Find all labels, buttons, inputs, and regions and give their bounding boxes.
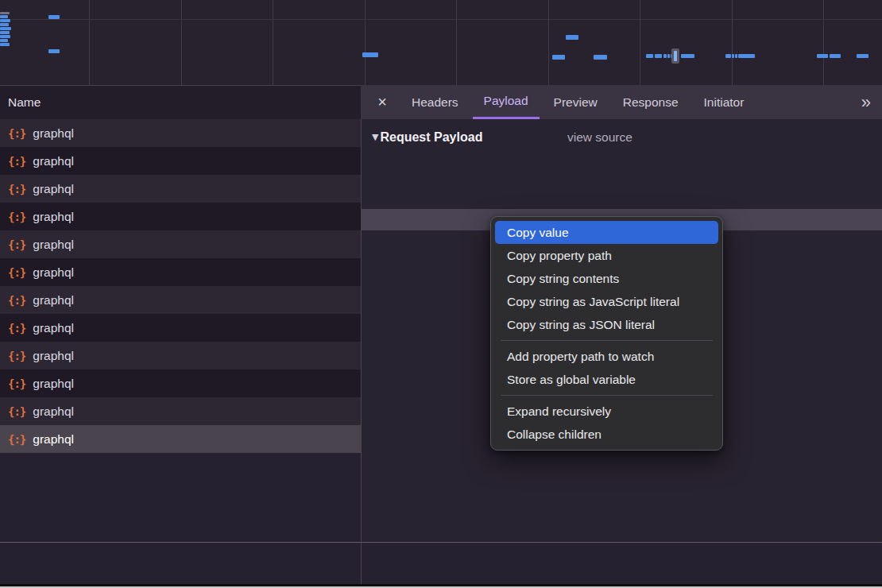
- request-name-label: graphql: [33, 182, 74, 196]
- menu-separator: [501, 395, 713, 396]
- table-row[interactable]: {:}graphql: [0, 119, 361, 147]
- waterfall-bar: [667, 54, 670, 58]
- waterfall-bar: [681, 54, 694, 58]
- view-source-link[interactable]: view source: [567, 130, 632, 145]
- waterfall-bar: [817, 54, 828, 58]
- waterfall-bar: [0, 27, 11, 30]
- json-operation-row[interactable]: operationName: "ipFlowTimeseries": [362, 188, 882, 210]
- tab-headers[interactable]: Headers: [400, 85, 470, 119]
- waterfall-bar: [594, 55, 607, 60]
- timeline-gridline: [273, 0, 273, 85]
- waterfall-bar: [663, 54, 667, 58]
- waterfall-bar: [674, 51, 677, 61]
- timeline-gridline: [456, 0, 457, 85]
- waterfall-bar: [0, 12, 10, 14]
- table-row[interactable]: {:}graphql: [0, 397, 361, 425]
- waterfall-bar: [362, 52, 378, 57]
- timeline-gridline: [365, 0, 366, 85]
- menu-item-store-as-global-variable[interactable]: Store as global variable: [495, 368, 718, 391]
- timeline-gridline: [89, 0, 90, 85]
- request-name-label: graphql: [33, 126, 74, 141]
- request-name-label: graphql: [33, 404, 74, 419]
- section-collapse-icon[interactable]: ▼: [372, 132, 378, 142]
- status-footer: [0, 543, 882, 584]
- waterfall-bar: [0, 35, 10, 38]
- menu-item-add-property-path-to-watch[interactable]: Add property path to watch: [495, 345, 718, 368]
- menu-item-copy-value[interactable]: Copy value: [495, 221, 718, 244]
- table-row[interactable]: {:}graphql: [0, 369, 361, 397]
- waterfall-bar: [48, 49, 60, 53]
- waterfall-bar: [738, 54, 755, 58]
- tab-preview[interactable]: Preview: [543, 85, 609, 119]
- menu-item-copy-string-as-json-literal[interactable]: Copy string as JSON literal: [495, 313, 718, 336]
- menu-item-copy-string-as-javascript-literal[interactable]: Copy string as JavaScript literal: [495, 290, 718, 313]
- menu-item-collapse-children[interactable]: Collapse children: [495, 423, 718, 446]
- waterfall-bar: [732, 54, 734, 58]
- json-fetch-icon: {:}: [8, 377, 25, 390]
- waterfall-bar: [552, 55, 565, 60]
- json-fetch-icon: {:}: [8, 405, 25, 418]
- waterfall-bar: [0, 19, 10, 22]
- json-fetch-icon: {:}: [8, 433, 25, 446]
- request-name-label: graphql: [33, 321, 74, 335]
- table-row[interactable]: {:}graphql: [0, 425, 361, 453]
- json-fetch-icon: {:}: [8, 183, 25, 195]
- menu-separator: [501, 340, 713, 341]
- timeline-gridline: [640, 0, 640, 85]
- tab-initiator[interactable]: Initiator: [693, 85, 756, 119]
- json-fetch-icon: {:}: [8, 127, 25, 140]
- json-fetch-icon: {:}: [8, 211, 25, 223]
- network-overview-timeline[interactable]: [0, 0, 882, 85]
- json-fetch-icon: {:}: [8, 294, 25, 307]
- table-row[interactable]: {:}graphql: [0, 230, 361, 258]
- waterfall-bar: [0, 15, 8, 18]
- waterfall-bar: [0, 43, 10, 46]
- json-root-row[interactable]: ▼ {operationName: "ipFlowTimeseries", va…: [362, 164, 882, 185]
- json-fetch-icon: {:}: [8, 266, 25, 279]
- waterfall-bar: [0, 39, 8, 42]
- json-fetch-icon: {:}: [8, 155, 25, 168]
- details-tab-bar: × HeadersPayloadPreviewResponseInitiator…: [361, 85, 882, 119]
- request-name-label: graphql: [33, 265, 74, 280]
- request-table-name-header[interactable]: Name: [0, 85, 361, 119]
- request-name-label: graphql: [33, 432, 74, 447]
- timeline-gridline: [548, 0, 549, 85]
- menu-item-expand-recursively[interactable]: Expand recursively: [495, 400, 718, 423]
- tab-payload[interactable]: Payload: [473, 85, 540, 119]
- table-row[interactable]: {:}graphql: [0, 147, 361, 175]
- waterfall-bar: [655, 54, 662, 58]
- timeline-gridline: [181, 0, 182, 85]
- overview-divider-line: [0, 19, 882, 20]
- pane-divider[interactable]: [361, 119, 362, 584]
- name-column-label: Name: [8, 95, 41, 110]
- table-row[interactable]: {:}graphql: [0, 203, 361, 230]
- timeline-gridline: [732, 0, 733, 85]
- waterfall-bar: [735, 54, 737, 58]
- request-name-label: graphql: [33, 349, 74, 363]
- request-payload-section-header[interactable]: ▼Request Payload: [372, 130, 482, 146]
- footer-divider-line: [0, 542, 882, 543]
- section-title: Request Payload: [380, 130, 482, 144]
- menu-item-copy-string-contents[interactable]: Copy string contents: [495, 267, 718, 290]
- menu-item-copy-property-path[interactable]: Copy property path: [495, 244, 718, 267]
- more-tabs-icon[interactable]: »: [861, 87, 871, 118]
- table-row[interactable]: {:}graphql: [0, 314, 361, 342]
- waterfall-bar: [566, 35, 578, 40]
- waterfall-bar: [0, 23, 9, 26]
- request-name-label: graphql: [33, 377, 74, 391]
- timeline-gridline: [823, 0, 824, 85]
- json-fetch-icon: {:}: [8, 322, 25, 335]
- table-row[interactable]: {:}graphql: [0, 286, 361, 314]
- table-row[interactable]: {:}graphql: [0, 342, 361, 369]
- waterfall-bar: [857, 54, 868, 58]
- request-name-label: graphql: [33, 238, 74, 252]
- close-details-icon[interactable]: ×: [369, 93, 396, 111]
- waterfall-bar: [725, 54, 731, 58]
- tabs-container: HeadersPayloadPreviewResponseInitiator: [399, 85, 756, 119]
- request-name-label: graphql: [33, 293, 74, 308]
- waterfall-bar: [0, 31, 10, 34]
- table-row[interactable]: {:}graphql: [0, 258, 361, 286]
- tab-response[interactable]: Response: [612, 85, 690, 119]
- waterfall-bar: [48, 15, 60, 19]
- table-row[interactable]: {:}graphql: [0, 175, 361, 203]
